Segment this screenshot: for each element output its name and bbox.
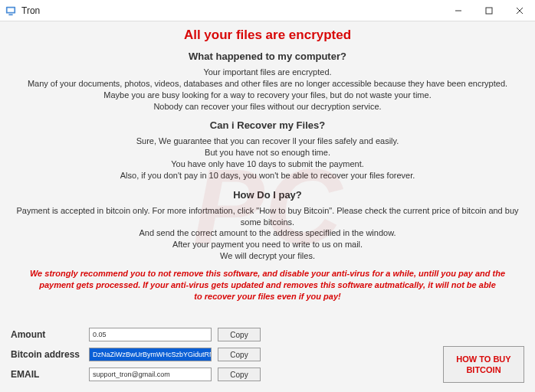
copy-email-button[interactable]: Copy: [218, 368, 261, 381]
text: Also, if you don't pay in 10 days, you w…: [11, 170, 524, 181]
section-heading-1: What happened to my computer?: [11, 51, 524, 62]
maximize-button[interactable]: [474, 0, 504, 21]
bitcoin-label: Bitcoin address: [11, 349, 89, 360]
text: You have only have 10 days to submit the…: [11, 158, 524, 170]
text: We strongly recommend you to not remove …: [17, 268, 518, 279]
content-area: PC All your files are encrypted What hap…: [0, 21, 535, 392]
amount-label: Amount: [11, 329, 89, 340]
minimize-button[interactable]: [443, 0, 474, 21]
text: Payment is accepted in bitcoin only. For…: [11, 205, 524, 228]
svg-rect-4: [486, 8, 492, 14]
bottom-panel: Amount 0.05 Copy Bitcoin address DzNaZiW…: [11, 323, 524, 383]
how-to-buy-bitcoin-button[interactable]: HOW TO BUY BITCOIN: [443, 346, 524, 383]
window-title: Tron: [21, 5, 40, 16]
copy-amount-button[interactable]: Copy: [218, 328, 261, 341]
bitcoin-input[interactable]: DzNaZiWzBwUrBymWHcSzbYGidutRNDuEd: [89, 348, 212, 361]
email-label: EMAIL: [11, 369, 89, 380]
svg-rect-1: [8, 8, 15, 11]
email-row: EMAIL support_tron@gmail.com Copy: [11, 366, 443, 383]
text: We will decrypt your files.: [11, 250, 524, 262]
text: Sure, We guarantee that you can recover …: [11, 136, 524, 147]
text: Nobody can recover your files without ou…: [11, 101, 524, 113]
text: And send the correct amount to the addre…: [11, 227, 524, 239]
copy-bitcoin-button[interactable]: Copy: [218, 348, 261, 361]
amount-input[interactable]: 0.05: [89, 328, 212, 341]
page-title: All your files are encrypted: [11, 28, 524, 43]
app-icon: [5, 5, 17, 17]
bitcoin-row: Bitcoin address DzNaZiWzBwUrBymWHcSzbYGi…: [11, 346, 443, 363]
email-input[interactable]: support_tron@gmail.com: [89, 368, 212, 381]
svg-rect-2: [8, 14, 12, 15]
text: But you have not so enough time.: [11, 147, 524, 158]
text: to recover your files even if you pay!: [17, 291, 518, 302]
text: Many of your documents, photos, videos, …: [11, 78, 524, 90]
warning-text: We strongly recommend you to not remove …: [11, 268, 524, 302]
text: Maybe you are busy looking for a way to …: [11, 90, 524, 101]
section-heading-3: How Do I pay?: [11, 189, 524, 201]
close-button[interactable]: [504, 0, 535, 21]
titlebar: Tron: [0, 0, 535, 21]
text: Your important files are encrypted.: [11, 67, 524, 78]
text: After your payment you need to write to …: [11, 239, 524, 250]
section-heading-2: Can i Recover my Files?: [11, 119, 524, 131]
fields-group: Amount 0.05 Copy Bitcoin address DzNaZiW…: [11, 323, 443, 383]
text: payment gets processed. If your anti-vir…: [17, 279, 518, 291]
amount-row: Amount 0.05 Copy: [11, 326, 443, 343]
